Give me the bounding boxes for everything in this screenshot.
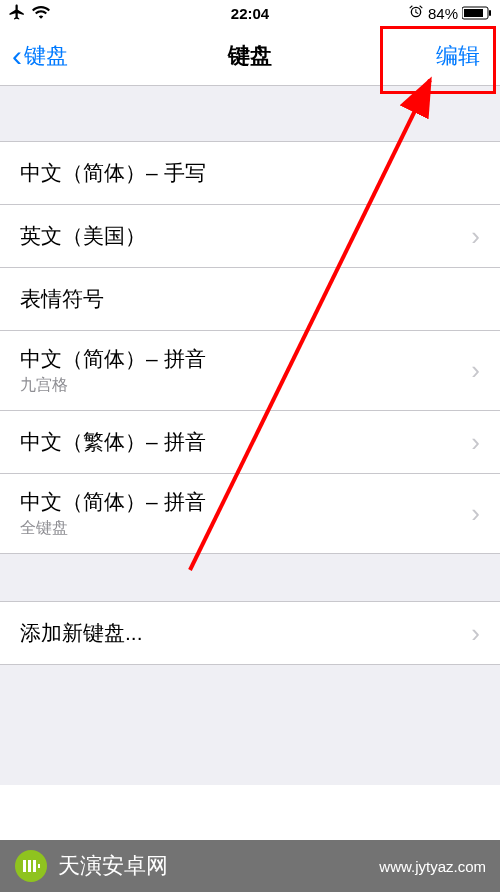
chevron-right-icon: ›	[471, 427, 480, 458]
keyboard-item-traditional-pinyin[interactable]: 中文（繁体）– 拼音 ›	[0, 411, 500, 474]
battery-icon	[462, 6, 492, 20]
watermark-url: www.jytyaz.com	[379, 858, 486, 875]
chevron-right-icon: ›	[471, 221, 480, 252]
status-time: 22:04	[231, 5, 269, 22]
watermark-bar: 天演安卓网 www.jytyaz.com	[0, 840, 500, 892]
keyboard-label: 英文（美国）	[20, 222, 146, 250]
wifi-icon	[32, 5, 50, 22]
watermark-logo-icon	[14, 849, 48, 883]
svg-rect-2	[489, 10, 491, 16]
page-title: 键盘	[228, 41, 272, 71]
nav-bar: ‹ 键盘 键盘 编辑	[0, 26, 500, 86]
status-left	[8, 3, 50, 24]
chevron-right-icon: ›	[471, 498, 480, 529]
svg-rect-1	[464, 9, 483, 17]
keyboard-item-pinyin-full[interactable]: 中文（简体）– 拼音 全键盘 ›	[0, 474, 500, 554]
keyboard-label: 中文（简体）– 手写	[20, 159, 206, 187]
chevron-left-icon: ‹	[12, 41, 22, 71]
keyboard-label: 表情符号	[20, 285, 104, 313]
svg-rect-8	[33, 860, 36, 872]
section-spacer	[0, 665, 500, 785]
keyboard-label: 中文（简体）– 拼音	[20, 345, 206, 373]
keyboard-label: 中文（简体）– 拼音	[20, 488, 206, 516]
svg-rect-6	[23, 860, 26, 872]
svg-rect-9	[38, 864, 40, 868]
section-spacer	[0, 86, 500, 142]
back-button[interactable]: ‹ 键盘	[12, 41, 68, 71]
add-keyboard-label: 添加新键盘...	[20, 619, 143, 647]
chevron-right-icon: ›	[471, 618, 480, 649]
keyboard-item-english[interactable]: 英文（美国） ›	[0, 205, 500, 268]
keyboard-item-handwriting[interactable]: 中文（简体）– 手写	[0, 142, 500, 205]
status-bar: 22:04 84%	[0, 0, 500, 26]
airplane-mode-icon	[8, 3, 26, 24]
add-keyboard-button[interactable]: 添加新键盘... ›	[0, 602, 500, 665]
keyboard-sublabel: 九宫格	[20, 375, 206, 396]
back-label: 键盘	[24, 41, 68, 71]
alarm-icon	[408, 4, 424, 23]
battery-percent: 84%	[428, 5, 458, 22]
keyboard-sublabel: 全键盘	[20, 518, 206, 539]
status-right: 84%	[408, 4, 492, 23]
keyboard-item-pinyin-grid[interactable]: 中文（简体）– 拼音 九宫格 ›	[0, 331, 500, 411]
watermark-brand: 天演安卓网	[58, 851, 168, 881]
keyboard-item-emoji[interactable]: 表情符号	[0, 268, 500, 331]
section-spacer	[0, 554, 500, 602]
svg-rect-7	[28, 860, 31, 872]
keyboard-label: 中文（繁体）– 拼音	[20, 428, 206, 456]
edit-button[interactable]: 编辑	[428, 37, 488, 75]
chevron-right-icon: ›	[471, 355, 480, 386]
